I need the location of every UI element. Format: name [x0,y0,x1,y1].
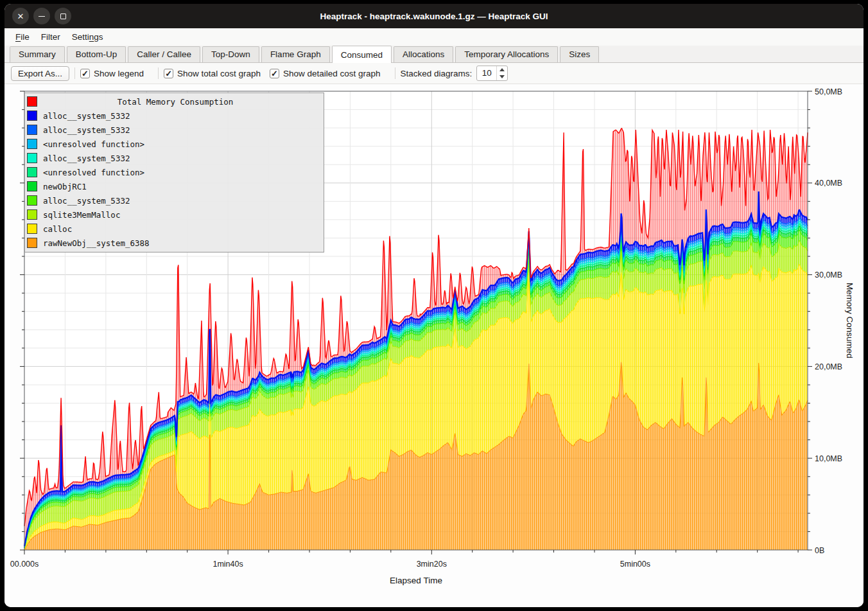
legend-swatch-icon [27,209,37,220]
legend-swatch-icon [27,238,37,248]
legend-swatch-icon [27,139,37,149]
menu-file[interactable]: File [10,30,35,44]
svg-text:00.000s: 00.000s [10,560,39,569]
stacked-diagrams-label: Stacked diagrams: [401,69,473,78]
tab-consumed[interactable]: Consumed [332,46,392,63]
legend-item-label: alloc__system_5332 [43,154,130,163]
legend-item: alloc__system_5332 [25,151,324,165]
legend-item: alloc__system_5332 [25,123,324,137]
legend-title-row: Total Memory Consumption [25,94,324,109]
consumed-chart-region: 0B10,0MB20,0MB30,0MB40,0MB50,0MB00.000s1… [4,84,864,607]
legend-item: <unresolved function> [25,137,324,151]
spinner-arrows [496,66,507,80]
menubar: FileFilterSettings [4,28,864,46]
svg-text:3min20s: 3min20s [417,560,447,569]
stacked-diagrams-spinner[interactable]: 10 [476,66,508,81]
legend-item-label: alloc__system_5332 [43,125,130,135]
window-title: Heaptrack - heaptrack.wakunode.1.gz — He… [4,12,864,21]
legend-swatch-icon [27,224,37,234]
svg-text:50,0MB: 50,0MB [815,87,842,96]
tabbar: Summary Bottom-Up Caller / Callee Top-Do… [4,46,864,63]
legend-item: calloc [25,222,324,236]
legend-item: newObjRC1 [25,179,324,193]
minimize-icon [39,16,45,17]
checkbox-check-icon: ✓ [164,69,173,78]
tab-flame-graph[interactable]: Flame Graph [261,46,330,62]
spinner-down-button[interactable] [497,73,507,80]
toolbar: Export As... ✓ Show legend ✓ Show total … [4,63,864,84]
svg-text:30,0MB: 30,0MB [815,270,842,279]
toolbar-separator [158,67,159,79]
chevron-up-icon [499,68,505,71]
close-button[interactable]: ✕ [12,8,29,24]
svg-text:0B: 0B [815,546,824,555]
chevron-down-icon [499,75,505,78]
tab-temporary-allocations[interactable]: Temporary Allocations [455,46,558,62]
checkbox-check-icon: ✓ [270,69,279,78]
legend-item: alloc__system_5332 [25,193,324,208]
y-axis-title: Memory Consumed [845,91,855,550]
legend-swatch-icon [27,153,37,163]
legend-item: rawNewObj__system_6388 [25,236,324,250]
maximize-button[interactable] [55,8,71,24]
tab-caller-callee[interactable]: Caller / Callee [128,46,200,62]
show-detailed-cost-checkbox[interactable]: ✓ Show detailed cost graph [270,69,381,78]
legend-item-label: rawNewObj__system_6388 [43,238,150,248]
legend-title: Total Memory Consumption [43,97,308,107]
svg-text:5min00s: 5min00s [620,560,650,569]
legend-swatch-icon [27,181,37,191]
tab-bottom-up[interactable]: Bottom-Up [67,46,126,62]
show-legend-checkbox[interactable]: ✓ Show legend [80,69,144,78]
legend-item: <unresolved function> [25,165,324,179]
legend-swatch-icon [27,96,37,107]
titlebar: ✕ Heaptrack - heaptrack.wakunode.1.gz — … [4,4,864,28]
show-total-cost-checkbox[interactable]: ✓ Show total cost graph [164,69,261,78]
tab-summary[interactable]: Summary [10,46,65,62]
tab-allocations[interactable]: Allocations [394,46,453,62]
legend-item: sqlite3MemMalloc [25,208,324,222]
legend-item-label: <unresolved function> [43,139,144,149]
toolbar-separator [395,67,395,79]
checkbox-label: Show detailed cost graph [283,69,381,78]
spinner-up-button[interactable] [497,66,507,73]
legend-item: alloc__system_5332 [25,109,324,123]
chart-legend: Total Memory Consumptionalloc__system_53… [24,93,324,252]
menu-filter[interactable]: Filter [35,30,66,44]
app-window: ✕ Heaptrack - heaptrack.wakunode.1.gz — … [4,4,864,607]
minimize-button[interactable] [33,8,50,24]
tab-sizes[interactable]: Sizes [560,46,599,62]
svg-text:10,0MB: 10,0MB [815,454,842,463]
maximize-icon [60,13,66,19]
svg-text:20,0MB: 20,0MB [815,362,842,371]
checkbox-label: Show total cost graph [177,69,261,78]
svg-text:40,0MB: 40,0MB [815,179,842,188]
toolbar-separator [74,67,75,79]
legend-item-label: <unresolved function> [43,168,144,177]
x-axis-title: Elapsed Time [24,576,808,585]
legend-item-label: calloc [43,224,72,234]
checkbox-check-icon: ✓ [80,69,90,78]
menu-settings[interactable]: Settings [66,30,109,44]
spinner-value[interactable]: 10 [477,66,496,80]
legend-item-label: sqlite3MemMalloc [43,210,120,220]
legend-swatch-icon [27,167,37,177]
close-icon: ✕ [17,12,24,21]
legend-item-label: alloc__system_5332 [43,111,130,121]
legend-swatch-icon [27,111,37,121]
legend-swatch-icon [27,125,37,135]
legend-item-label: alloc__system_5332 [43,196,130,206]
checkbox-label: Show legend [94,69,144,78]
svg-text:1min40s: 1min40s [213,560,243,569]
legend-swatch-icon [27,195,37,206]
legend-item-label: newObjRC1 [43,182,87,191]
export-as-button[interactable]: Export As... [11,66,69,81]
tab-top-down[interactable]: Top-Down [202,46,259,62]
